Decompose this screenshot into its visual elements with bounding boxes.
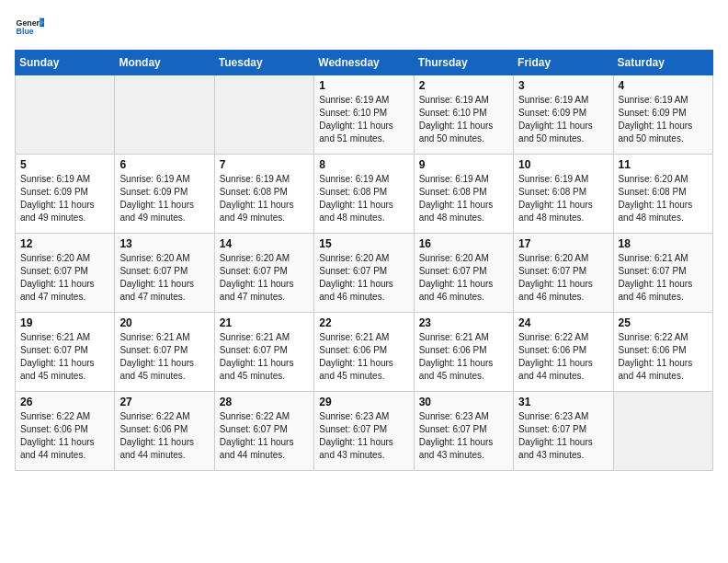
day-number: 22 <box>319 316 408 329</box>
day-info: Sunrise: 6:20 AM Sunset: 6:07 PM Dayligh… <box>220 252 309 304</box>
day-number: 28 <box>220 396 309 408</box>
calendar-cell: 12Sunrise: 6:20 AM Sunset: 6:07 PM Dayli… <box>16 234 115 313</box>
day-info: Sunrise: 6:19 AM Sunset: 6:09 PM Dayligh… <box>619 94 708 145</box>
logo: General Blue <box>15 15 44 40</box>
calendar-cell: 14Sunrise: 6:20 AM Sunset: 6:07 PM Dayli… <box>214 234 313 313</box>
day-number: 26 <box>20 396 109 408</box>
calendar-cell: 31Sunrise: 6:23 AM Sunset: 6:07 PM Dayli… <box>514 392 613 471</box>
day-info: Sunrise: 6:19 AM Sunset: 6:08 PM Dayligh… <box>419 173 508 224</box>
calendar-cell: 25Sunrise: 6:22 AM Sunset: 6:06 PM Dayli… <box>613 313 712 392</box>
calendar-cell: 30Sunrise: 6:23 AM Sunset: 6:07 PM Dayli… <box>414 392 513 471</box>
calendar-cell: 27Sunrise: 6:22 AM Sunset: 6:06 PM Dayli… <box>115 392 214 471</box>
calendar-cell: 19Sunrise: 6:21 AM Sunset: 6:07 PM Dayli… <box>16 313 115 392</box>
calendar-cell: 5Sunrise: 6:19 AM Sunset: 6:09 PM Daylig… <box>16 155 115 234</box>
day-number: 27 <box>119 396 209 408</box>
day-info: Sunrise: 6:20 AM Sunset: 6:07 PM Dayligh… <box>20 252 109 304</box>
calendar-cell: 8Sunrise: 6:19 AM Sunset: 6:08 PM Daylig… <box>314 155 414 234</box>
day-info: Sunrise: 6:19 AM Sunset: 6:10 PM Dayligh… <box>419 94 508 145</box>
day-info: Sunrise: 6:19 AM Sunset: 6:09 PM Dayligh… <box>20 173 109 224</box>
day-number: 18 <box>619 237 708 250</box>
day-info: Sunrise: 6:21 AM Sunset: 6:06 PM Dayligh… <box>419 331 508 383</box>
day-info: Sunrise: 6:21 AM Sunset: 6:07 PM Dayligh… <box>220 331 309 383</box>
calendar-week-2: 5Sunrise: 6:19 AM Sunset: 6:09 PM Daylig… <box>16 155 713 234</box>
header-row: SundayMondayTuesdayWednesdayThursdayFrid… <box>16 51 713 75</box>
calendar-cell: 28Sunrise: 6:22 AM Sunset: 6:07 PM Dayli… <box>214 392 313 471</box>
calendar-cell: 13Sunrise: 6:20 AM Sunset: 6:07 PM Dayli… <box>115 234 214 313</box>
day-number: 13 <box>119 237 209 250</box>
day-number: 17 <box>518 237 608 250</box>
calendar-cell <box>214 75 313 155</box>
day-info: Sunrise: 6:23 AM Sunset: 6:07 PM Dayligh… <box>518 410 608 462</box>
day-number: 8 <box>319 158 408 171</box>
calendar-cell <box>16 75 115 155</box>
header-day-monday: Monday <box>115 51 214 75</box>
header-day-thursday: Thursday <box>414 51 513 75</box>
calendar-cell: 7Sunrise: 6:19 AM Sunset: 6:08 PM Daylig… <box>214 155 313 234</box>
page-header: General Blue <box>15 15 713 40</box>
day-number: 24 <box>518 316 608 329</box>
calendar-cell: 18Sunrise: 6:21 AM Sunset: 6:07 PM Dayli… <box>613 234 712 313</box>
calendar-cell: 21Sunrise: 6:21 AM Sunset: 6:07 PM Dayli… <box>214 313 313 392</box>
day-number: 5 <box>20 158 109 171</box>
header-day-saturday: Saturday <box>613 51 712 75</box>
day-info: Sunrise: 6:21 AM Sunset: 6:07 PM Dayligh… <box>119 331 209 383</box>
calendar-table: SundayMondayTuesdayWednesdayThursdayFrid… <box>15 50 713 471</box>
calendar-cell: 10Sunrise: 6:19 AM Sunset: 6:08 PM Dayli… <box>514 155 613 234</box>
day-info: Sunrise: 6:23 AM Sunset: 6:07 PM Dayligh… <box>419 410 508 462</box>
calendar-cell: 29Sunrise: 6:23 AM Sunset: 6:07 PM Dayli… <box>314 392 414 471</box>
day-number: 14 <box>220 237 309 250</box>
day-number: 6 <box>119 158 209 171</box>
calendar-cell <box>115 75 214 155</box>
calendar-cell <box>613 392 712 471</box>
day-number: 25 <box>619 316 708 329</box>
calendar-cell: 4Sunrise: 6:19 AM Sunset: 6:09 PM Daylig… <box>613 75 712 155</box>
day-info: Sunrise: 6:21 AM Sunset: 6:07 PM Dayligh… <box>619 252 708 304</box>
day-info: Sunrise: 6:19 AM Sunset: 6:09 PM Dayligh… <box>518 94 608 145</box>
calendar-cell: 24Sunrise: 6:22 AM Sunset: 6:06 PM Dayli… <box>514 313 613 392</box>
header-day-wednesday: Wednesday <box>314 51 414 75</box>
calendar-cell: 6Sunrise: 6:19 AM Sunset: 6:09 PM Daylig… <box>115 155 214 234</box>
calendar-week-3: 12Sunrise: 6:20 AM Sunset: 6:07 PM Dayli… <box>16 234 713 313</box>
calendar-cell: 11Sunrise: 6:20 AM Sunset: 6:08 PM Dayli… <box>613 155 712 234</box>
calendar-cell: 26Sunrise: 6:22 AM Sunset: 6:06 PM Dayli… <box>16 392 115 471</box>
day-info: Sunrise: 6:22 AM Sunset: 6:06 PM Dayligh… <box>518 331 608 383</box>
day-info: Sunrise: 6:20 AM Sunset: 6:07 PM Dayligh… <box>518 252 608 304</box>
day-info: Sunrise: 6:22 AM Sunset: 6:06 PM Dayligh… <box>20 410 109 462</box>
day-number: 20 <box>119 316 209 329</box>
day-info: Sunrise: 6:20 AM Sunset: 6:07 PM Dayligh… <box>419 252 508 304</box>
header-day-sunday: Sunday <box>16 51 115 75</box>
day-info: Sunrise: 6:22 AM Sunset: 6:06 PM Dayligh… <box>619 331 708 383</box>
header-day-friday: Friday <box>514 51 613 75</box>
calendar-week-5: 26Sunrise: 6:22 AM Sunset: 6:06 PM Dayli… <box>16 392 713 471</box>
calendar-cell: 17Sunrise: 6:20 AM Sunset: 6:07 PM Dayli… <box>514 234 613 313</box>
day-number: 7 <box>220 158 309 171</box>
day-info: Sunrise: 6:19 AM Sunset: 6:08 PM Dayligh… <box>518 173 608 224</box>
day-info: Sunrise: 6:21 AM Sunset: 6:07 PM Dayligh… <box>20 331 109 383</box>
calendar-cell: 22Sunrise: 6:21 AM Sunset: 6:06 PM Dayli… <box>314 313 414 392</box>
calendar-cell: 3Sunrise: 6:19 AM Sunset: 6:09 PM Daylig… <box>514 75 613 155</box>
day-number: 2 <box>419 79 508 92</box>
calendar-week-4: 19Sunrise: 6:21 AM Sunset: 6:07 PM Dayli… <box>16 313 713 392</box>
day-number: 15 <box>319 237 408 250</box>
day-info: Sunrise: 6:19 AM Sunset: 6:09 PM Dayligh… <box>119 173 209 224</box>
day-info: Sunrise: 6:20 AM Sunset: 6:08 PM Dayligh… <box>619 173 708 224</box>
calendar-header: SundayMondayTuesdayWednesdayThursdayFrid… <box>16 51 713 75</box>
day-number: 19 <box>20 316 109 329</box>
day-info: Sunrise: 6:22 AM Sunset: 6:06 PM Dayligh… <box>119 410 209 462</box>
day-number: 11 <box>619 158 708 171</box>
day-info: Sunrise: 6:19 AM Sunset: 6:10 PM Dayligh… <box>319 94 408 145</box>
day-number: 12 <box>20 237 109 250</box>
day-info: Sunrise: 6:19 AM Sunset: 6:08 PM Dayligh… <box>220 173 309 224</box>
day-number: 21 <box>220 316 309 329</box>
day-number: 23 <box>419 316 508 329</box>
header-day-tuesday: Tuesday <box>214 51 313 75</box>
day-number: 10 <box>518 158 608 171</box>
day-number: 16 <box>419 237 508 250</box>
day-number: 30 <box>419 396 508 408</box>
calendar-week-1: 1Sunrise: 6:19 AM Sunset: 6:10 PM Daylig… <box>16 75 713 155</box>
calendar-cell: 2Sunrise: 6:19 AM Sunset: 6:10 PM Daylig… <box>414 75 513 155</box>
calendar-cell: 1Sunrise: 6:19 AM Sunset: 6:10 PM Daylig… <box>314 75 414 155</box>
day-number: 9 <box>419 158 508 171</box>
calendar-cell: 20Sunrise: 6:21 AM Sunset: 6:07 PM Dayli… <box>115 313 214 392</box>
calendar-cell: 23Sunrise: 6:21 AM Sunset: 6:06 PM Dayli… <box>414 313 513 392</box>
